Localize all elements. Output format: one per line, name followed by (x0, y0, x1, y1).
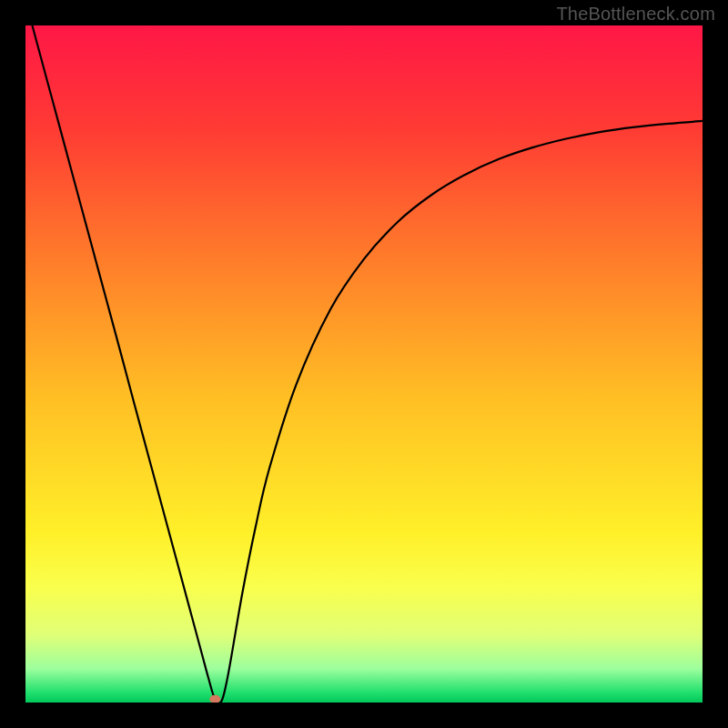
attribution-text: TheBottleneck.com (556, 4, 715, 25)
bottleneck-chart (25, 25, 703, 703)
chart-frame (25, 25, 703, 703)
chart-background (25, 25, 703, 703)
